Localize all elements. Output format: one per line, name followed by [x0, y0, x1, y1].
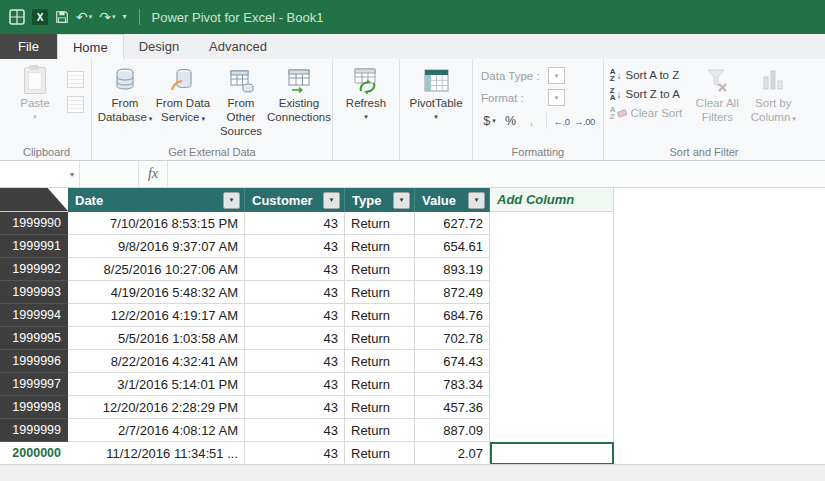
cell-value[interactable]: 627.72: [415, 212, 490, 235]
from-database-button[interactable]: From Database▾: [96, 61, 154, 129]
thousands-separator-button[interactable]: ,: [523, 112, 540, 130]
cell-value[interactable]: 702.78: [415, 327, 490, 350]
undo-button[interactable]: ↶▾: [76, 10, 92, 24]
tab-home[interactable]: Home: [57, 34, 124, 59]
formula-input[interactable]: [168, 161, 825, 187]
cell-type[interactable]: Return: [345, 212, 415, 235]
cell-type[interactable]: Return: [345, 396, 415, 419]
cell-value[interactable]: 2.07: [415, 442, 490, 465]
cell-customer[interactable]: 43: [245, 281, 345, 304]
add-column-cell[interactable]: [490, 442, 614, 465]
sort-by-column-button[interactable]: Sort by Column▾: [746, 61, 800, 129]
row-number[interactable]: 1999991: [0, 235, 68, 258]
tab-file[interactable]: File: [0, 34, 57, 59]
sort-a-to-z-button[interactable]: AZ ↓ Sort A to Z: [610, 68, 683, 82]
cell-date[interactable]: 12/20/2016 2:28:29 PM: [68, 396, 245, 419]
filter-button-date[interactable]: ▾: [223, 192, 240, 209]
add-column-cell[interactable]: [490, 396, 614, 419]
column-header-date[interactable]: Date ▾: [68, 188, 245, 212]
cell-date[interactable]: 7/10/2016 8:53:15 PM: [68, 212, 245, 235]
cell-date[interactable]: 12/2/2016 4:19:17 AM: [68, 304, 245, 327]
cell-customer[interactable]: 43: [245, 304, 345, 327]
cell-type[interactable]: Return: [345, 350, 415, 373]
column-header-value[interactable]: Value ▾: [415, 188, 490, 212]
add-column-cell[interactable]: [490, 258, 614, 281]
cell-type[interactable]: Return: [345, 281, 415, 304]
from-other-sources-button[interactable]: From Other Sources: [212, 61, 270, 142]
cell-customer[interactable]: 43: [245, 373, 345, 396]
decrease-decimal-button[interactable]: →.00: [574, 112, 595, 130]
increase-decimal-button[interactable]: ←.0: [553, 112, 570, 130]
cell-customer[interactable]: 43: [245, 396, 345, 419]
percent-button[interactable]: %: [502, 112, 519, 130]
from-data-service-button[interactable]: From Data Service▾: [154, 61, 212, 129]
filter-button-value[interactable]: ▾: [468, 192, 485, 209]
existing-connections-button[interactable]: Existing Connections: [270, 61, 328, 129]
cell-value[interactable]: 654.61: [415, 235, 490, 258]
add-column-cell[interactable]: [490, 419, 614, 442]
select-all-button[interactable]: [0, 188, 68, 212]
cell-customer[interactable]: 43: [245, 327, 345, 350]
add-column-cell[interactable]: [490, 212, 614, 235]
cell-date[interactable]: 9/8/2016 9:37:07 AM: [68, 235, 245, 258]
cell-value[interactable]: 674.43: [415, 350, 490, 373]
cell-date[interactable]: 8/25/2016 10:27:06 AM: [68, 258, 245, 281]
format-dropdown[interactable]: ▾: [548, 89, 565, 106]
data-type-dropdown[interactable]: ▾: [548, 67, 565, 84]
column-header-customer[interactable]: Customer ▾: [245, 188, 345, 212]
cell-type[interactable]: Return: [345, 373, 415, 396]
filter-button-type[interactable]: ▾: [393, 192, 410, 209]
cell-customer[interactable]: 43: [245, 419, 345, 442]
add-column-cell[interactable]: [490, 281, 614, 304]
add-column-cell[interactable]: [490, 235, 614, 258]
cell-customer[interactable]: 43: [245, 212, 345, 235]
cell-customer[interactable]: 43: [245, 235, 345, 258]
pivottable-button[interactable]: PivotTable ▾: [404, 61, 468, 125]
add-column-cell[interactable]: [490, 350, 614, 373]
cell-date[interactable]: 11/12/2016 11:34:51 ...: [68, 442, 245, 465]
cell-value[interactable]: 684.76: [415, 304, 490, 327]
cell-value[interactable]: 872.49: [415, 281, 490, 304]
cell-type[interactable]: Return: [345, 304, 415, 327]
redo-button[interactable]: ↷▾: [99, 10, 115, 24]
copy-icon[interactable]: [67, 71, 84, 88]
qat-customize-dropdown[interactable]: ▾: [123, 13, 127, 21]
cell-date[interactable]: 8/22/2016 4:32:41 AM: [68, 350, 245, 373]
cell-value[interactable]: 887.09: [415, 419, 490, 442]
cell-type[interactable]: Return: [345, 258, 415, 281]
cell-customer[interactable]: 43: [245, 442, 345, 465]
paste-special-icon[interactable]: [67, 96, 84, 113]
row-number[interactable]: 2000000: [0, 442, 68, 465]
row-number[interactable]: 1999995: [0, 327, 68, 350]
row-number[interactable]: 1999997: [0, 373, 68, 396]
cell-date[interactable]: 3/1/2016 5:14:01 PM: [68, 373, 245, 396]
row-number[interactable]: 1999998: [0, 396, 68, 419]
row-number[interactable]: 1999993: [0, 281, 68, 304]
row-number[interactable]: 1999994: [0, 304, 68, 327]
refresh-button[interactable]: Refresh ▾: [337, 61, 395, 125]
row-number[interactable]: 1999990: [0, 212, 68, 235]
cell-type[interactable]: Return: [345, 442, 415, 465]
cell-value[interactable]: 783.34: [415, 373, 490, 396]
save-icon[interactable]: [55, 10, 69, 24]
row-number[interactable]: 1999992: [0, 258, 68, 281]
clear-all-filters-button[interactable]: Clear All Filters: [690, 61, 744, 129]
name-box[interactable]: ▾: [0, 161, 80, 187]
cell-type[interactable]: Return: [345, 235, 415, 258]
row-number[interactable]: 1999996: [0, 350, 68, 373]
sort-z-to-a-button[interactable]: ZA ↓ Sort Z to A: [610, 87, 683, 101]
currency-button[interactable]: $▾: [481, 112, 498, 130]
cell-customer[interactable]: 43: [245, 350, 345, 373]
cell-value[interactable]: 457.36: [415, 396, 490, 419]
tab-design[interactable]: Design: [124, 34, 194, 59]
fx-button[interactable]: fx: [139, 161, 168, 187]
cell-date[interactable]: 4/19/2016 5:48:32 AM: [68, 281, 245, 304]
row-number[interactable]: 1999999: [0, 419, 68, 442]
add-column-cell[interactable]: [490, 304, 614, 327]
add-column-cell[interactable]: [490, 327, 614, 350]
tab-advanced[interactable]: Advanced: [194, 34, 282, 59]
cell-type[interactable]: Return: [345, 327, 415, 350]
add-column-header[interactable]: Add Column: [490, 188, 614, 212]
paste-button[interactable]: Paste ▾: [6, 61, 64, 125]
clear-sort-button[interactable]: AZ Clear Sort: [610, 106, 683, 120]
